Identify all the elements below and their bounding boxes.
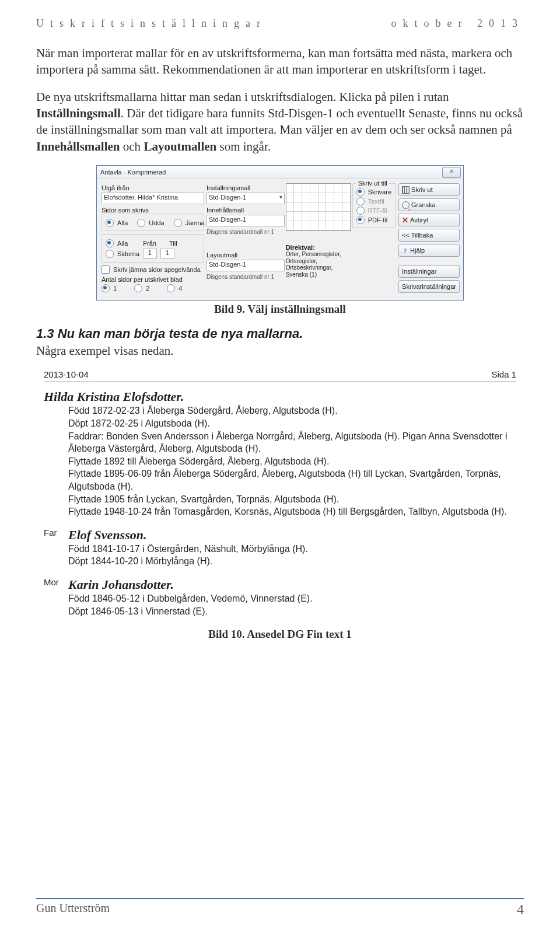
heading-1-3: 1.3 Nu kan man börja testa de nya mallar… xyxy=(36,326,524,341)
dialog-titlebar[interactable]: Antavla - Komprimerad ✕ xyxy=(97,166,463,179)
dialog-antavla: Antavla - Komprimerad ✕ Utgå ifrån Elofs… xyxy=(96,165,464,301)
page-footer: Gun Utterström 4 xyxy=(36,898,524,917)
report-line: Flyttade 1948-10-24 från Tomasgården, Ko… xyxy=(44,505,516,518)
radio-4[interactable] xyxy=(167,284,175,292)
preview-grid xyxy=(286,183,351,231)
field-layoutmall[interactable]: Std-Disgen-1 xyxy=(206,260,285,271)
paragraph-2: De nya utskriftsmallarna hittar man seda… xyxy=(36,89,524,155)
report-page: Sida 1 xyxy=(491,369,516,379)
radio-sidorna[interactable] xyxy=(106,250,114,258)
close-icon[interactable]: ✕ xyxy=(442,167,461,178)
radio-jamna[interactable] xyxy=(174,219,182,227)
report-line: Flyttade 1892 till Åleberga Södergård, Å… xyxy=(44,455,516,468)
report-line: Faddrar: Bonden Sven Andersson i Åleberg… xyxy=(44,430,516,455)
combo-installningsmall[interactable]: Std-Disgen-1 xyxy=(206,193,285,204)
report-line: Född 1872-02-23 i Åleberga Södergård, Ål… xyxy=(44,404,516,417)
caption-bild-9: Bild 9. Välj inställningsmall xyxy=(36,303,524,316)
btn-tillbaka[interactable]: << Tillbaka xyxy=(398,229,460,242)
radio-textfil[interactable] xyxy=(356,197,365,205)
spin-from[interactable]: 1 xyxy=(143,249,157,259)
radio-udda[interactable] xyxy=(137,219,145,227)
report-line: Flyttade 1905 från Lyckan, Svartgården, … xyxy=(44,493,516,506)
report-person-1: Hilda Kristina Elofsdotter. xyxy=(44,389,516,404)
subtext-layoutmall: Disgens standardmall nr 1 xyxy=(206,274,285,280)
report-example: 2013-10-04 Sida 1 Hilda Kristina Elofsdo… xyxy=(41,369,519,617)
paragraph-1: När man importerat mallar för en av utsk… xyxy=(36,45,524,78)
text-direktval: Orter, Personregister, Ortsregister, Ort… xyxy=(286,251,351,278)
subtext-innehallsmall: Disgens standardmall nr 1 xyxy=(206,229,285,235)
radio-alla[interactable] xyxy=(106,219,114,227)
label-antal-sidor: Antal sidor per utskrivet blad xyxy=(102,276,204,283)
radio-1[interactable] xyxy=(102,284,110,292)
report-line: Född 1846-05-12 i Dubbelgården, Vedemö, … xyxy=(68,592,516,605)
report-date: 2013-10-04 xyxy=(44,369,89,379)
spin-to[interactable]: 1 xyxy=(160,249,174,259)
help-icon: ? xyxy=(402,247,408,254)
footer-author: Gun Utterström xyxy=(36,902,110,917)
running-header: Utskriftsinställningar oktober 2013 xyxy=(36,18,524,30)
report-line: Döpt 1872-02-25 i Algutsboda (H). xyxy=(44,417,516,430)
header-right: oktober 2013 xyxy=(391,18,524,30)
report-line: Döpt 1846-05-13 i Vinnerstad (E). xyxy=(68,605,516,618)
btn-skriv-ut[interactable]: Skriv ut xyxy=(398,183,460,196)
header-left: Utskriftsinställningar xyxy=(36,18,267,30)
label-sidor-som-skrivs: Sidor som skrivs xyxy=(102,207,204,214)
btn-granska[interactable]: Granska xyxy=(398,198,460,211)
btn-skrivarinstallningar[interactable]: Skrivarinställningar xyxy=(398,280,460,293)
label-skriv-ut-till: Skriv ut till xyxy=(356,180,389,187)
report-person-3: Karin Johansdotter. xyxy=(68,577,516,592)
label-innehallsmall: Innehållsmall xyxy=(206,207,285,214)
label-far: Far xyxy=(44,528,68,568)
magnifier-icon xyxy=(402,201,410,209)
radio-2[interactable] xyxy=(134,284,142,292)
input-utga-ifran[interactable]: Elofsdotter, Hilda* Kristina xyxy=(102,193,204,204)
label-mor: Mor xyxy=(44,577,68,617)
label-layoutmall: Layoutmall xyxy=(206,252,285,259)
footer-page-number: 4 xyxy=(517,902,524,917)
radio-rtf[interactable] xyxy=(356,207,365,215)
field-innehallsmall[interactable]: Std-Disgen-1 xyxy=(206,215,285,226)
radio-skrivare[interactable] xyxy=(356,188,365,196)
report-line: Flyttade 1895-06-09 från Åleberga Söderg… xyxy=(44,467,516,493)
text-1-3-sub: Några exempel visas nedan. xyxy=(36,343,524,359)
btn-avbryt[interactable]: Avbryt xyxy=(398,214,460,226)
radio-alla2[interactable] xyxy=(106,239,114,247)
report-line: Döpt 1844-10-20 i Mörbylånga (H). xyxy=(68,555,516,568)
radio-pdf[interactable] xyxy=(356,216,365,224)
chk-spegelvanda[interactable] xyxy=(102,266,110,274)
cancel-icon xyxy=(402,217,408,223)
label-utga-ifran: Utgå ifrån xyxy=(102,184,204,191)
caption-bild-10: Bild 10. Ansedel DG Fin text 1 xyxy=(36,628,524,641)
print-icon xyxy=(402,186,410,194)
dialog-title: Antavla - Komprimerad xyxy=(100,169,442,176)
label-direktval: Direktval: xyxy=(286,244,351,251)
btn-hjalp[interactable]: ?Hjälp xyxy=(398,244,460,257)
label-installningsmall: Inställningsmall xyxy=(206,184,285,191)
btn-installningar[interactable]: Inställningar xyxy=(398,265,460,278)
report-person-2: Elof Svensson. xyxy=(68,528,516,543)
report-line: Född 1841-10-17 i Östergården, Näshult, … xyxy=(68,543,516,556)
